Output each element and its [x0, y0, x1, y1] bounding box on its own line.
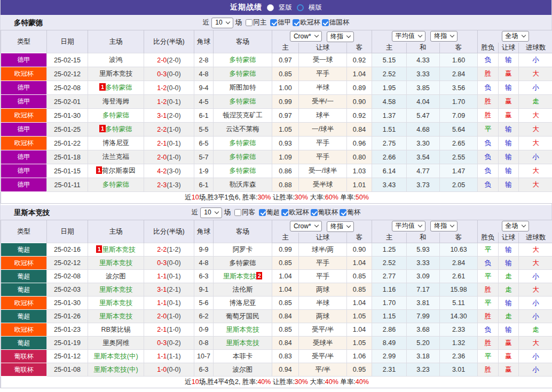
avg-away-odds: 7.09 [440, 109, 478, 123]
avg-draw-odds: 3.18 [407, 350, 440, 363]
full-score: 2-0 [157, 57, 167, 64]
avg-draw-odds: 3.09 [407, 270, 440, 283]
handicap-away-odds: 1.04 [347, 67, 372, 81]
league-checkbox[interactable] [293, 19, 299, 26]
match-date: 25-01-23 [47, 323, 88, 337]
odds-source-select[interactable]: Crow* [290, 31, 322, 42]
result-outcome: 胜 [478, 283, 499, 297]
sub-col-header: 让球 [299, 233, 347, 243]
avg-source-select[interactable]: 平均值 [392, 221, 425, 231]
team-name: 多特蒙德 [14, 18, 43, 28]
avg-source-select[interactable]: 平均值 [392, 31, 425, 42]
horizontal-layout-radio[interactable] [297, 4, 304, 11]
corner-score: 10-7 [194, 350, 214, 363]
handicap-away-odds: 1.05 [347, 337, 372, 350]
match-row: 葡超 25-01-26 里斯本竞技 2-0(1-0) 6-2 葡萄牙国民 0.8… [1, 310, 552, 323]
corner-score: 6-1 [194, 109, 214, 123]
full-score: 4-2 [157, 167, 167, 175]
handicap-home-odds: 0.97 [272, 109, 299, 123]
avg-time-select[interactable]: 终指 [430, 31, 458, 42]
full-score: 2-2 [157, 126, 167, 133]
result-outcome: 平 [478, 270, 499, 283]
result-outcome: 胜 [478, 109, 499, 123]
score: 4-2(3-0) [144, 164, 194, 178]
score: 2-0(2-0) [144, 53, 194, 67]
scope-select[interactable]: 全场 [502, 221, 529, 231]
odds-time-select[interactable]: 终指 [327, 31, 354, 42]
league-checkbox[interactable] [259, 209, 266, 216]
score: 1-2(0-0) [144, 81, 194, 95]
handicap-away-odds: 0.92 [347, 109, 372, 123]
recent-count-select[interactable]: 10 [211, 18, 233, 28]
team-label: 多特蒙德 [230, 259, 256, 267]
avg-home-odds: 2.77 [372, 270, 407, 283]
result-goals: 小 [519, 270, 552, 283]
result-handicap: 输 [499, 323, 519, 337]
result-goals: 小 [519, 363, 552, 377]
sub-col-header: 客 [347, 233, 372, 243]
half-score: (1-0) [167, 154, 180, 161]
result-handicap: 赢 [499, 67, 519, 81]
match-date: 25-02-15 [47, 53, 88, 67]
col-header-type: 类型 [1, 30, 47, 53]
team-label: 阿罗卡 [233, 246, 253, 253]
team-label: 本菲卡 [233, 353, 253, 360]
handicap-line: 平/半 [299, 363, 347, 377]
match-date: 25-01-11 [47, 178, 88, 192]
match-date: 25-02-01 [47, 95, 88, 109]
avg-away-odds: 2.61 [440, 270, 478, 283]
scope-select[interactable]: 全场 [502, 31, 529, 42]
match-date: 25-02-16 [47, 243, 88, 257]
same-venue-checkbox[interactable] [234, 209, 241, 216]
recent-count-select[interactable]: 10 [200, 207, 222, 218]
same-venue-checkbox[interactable] [246, 19, 253, 26]
home-team: 里斯本竞技 [88, 257, 144, 270]
col-header-away: 客场 [214, 220, 272, 243]
col-header-date: 日期 [47, 30, 88, 53]
avg-time-select[interactable]: 终指 [430, 221, 458, 231]
recent-count-value: 10 [215, 19, 222, 26]
league-badge: 葡超 [1, 243, 47, 257]
avg-draw-odds: 5.47 [407, 109, 440, 123]
avg-away-odds: 3.56 [440, 81, 478, 95]
match-date: 25-01-18 [47, 150, 88, 164]
result-goals: 大 [519, 337, 552, 350]
odds-time-select[interactable]: 终指 [327, 221, 354, 232]
results-table: 类型 日期 主场 比分(半场) 角球 客场 Crow* 终指 平均值 终指 [1, 30, 552, 204]
result-handicap: 输 [499, 123, 519, 137]
vertical-layout-radio[interactable] [267, 4, 274, 11]
handicap-line: 平手 [299, 137, 347, 150]
team-section: 里斯本竞技 近 10 场 同客 葡超欧冠杯葡联杯葡杯 [1, 205, 551, 388]
league-badge: 德甲 [1, 150, 47, 164]
match-row: 德甲 25-01-18 法兰克福 2-0(1-0) 5-7 多特蒙德 1.09 … [1, 150, 552, 164]
league-checkbox-label: 欧冠杯 [289, 208, 309, 217]
team-section: 多特蒙德 近 10 场 同主 德甲欧冠杯德国杯 [1, 15, 551, 204]
avg-home-odds: 2.31 [372, 363, 407, 377]
league-badge: 葡超 [1, 283, 47, 297]
league-checkbox-label: 葡杯 [347, 208, 360, 217]
league-checkbox[interactable] [281, 209, 288, 216]
team-label: 里斯本竞技(中) [93, 353, 138, 360]
avg-odds-header: 平均值 终指 [372, 30, 478, 43]
result-handicap: 走 [499, 283, 519, 297]
avg-draw-odds: 3.33 [407, 257, 440, 270]
odds-source-select[interactable]: Crow* [290, 221, 322, 231]
league-checkbox[interactable] [340, 209, 346, 216]
home-team: 1多特蒙德 [88, 123, 144, 137]
score: 2-3(1-3) [144, 178, 194, 192]
summary-segment: 场,胜3平1负6, 胜率: [199, 194, 258, 201]
result-goals: 大 [519, 137, 552, 150]
league-checkbox[interactable] [322, 19, 329, 26]
league-badge: 德甲 [1, 53, 47, 67]
league-checkbox[interactable] [311, 209, 318, 216]
home-team: 波鸿 [88, 53, 144, 67]
league-checkbox[interactable] [270, 19, 277, 26]
result-outcome: 平 [478, 123, 499, 137]
handicap-line: 平手 [299, 270, 347, 283]
half-score: (1-1) [167, 353, 180, 360]
summary-segment: 30% [295, 194, 308, 201]
result-goals: 大 [519, 164, 552, 178]
sub-col-header: 客 [440, 233, 478, 243]
avg-draw-odds: 3.85 [407, 81, 440, 95]
home-team: 1多特蒙德 [88, 81, 144, 95]
